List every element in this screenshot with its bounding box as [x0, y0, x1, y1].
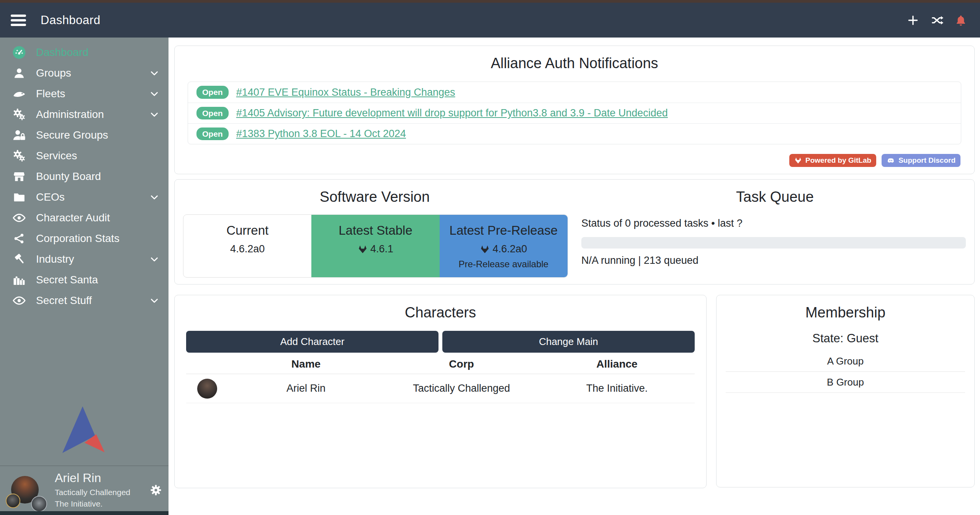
notifications-bell-icon[interactable] [955, 14, 967, 27]
software-taskqueue-panel: Software Version Current 4.6.2a0 Latest … [174, 179, 975, 284]
chevron-down-icon [149, 110, 159, 119]
version-cell-label: Latest Stable [311, 223, 439, 238]
share-icon [12, 232, 26, 245]
top-accent-strip [0, 0, 980, 3]
sidebar-item-label: Corporation Stats [36, 232, 119, 245]
add-icon[interactable] [906, 14, 919, 27]
gitlab-icon [794, 157, 802, 164]
discord-icon [887, 157, 895, 164]
page-title: Dashboard [41, 13, 100, 27]
status-badge: Open [196, 107, 229, 119]
sidebar-item-label: Character Audit [36, 212, 110, 224]
shuffle-icon[interactable] [930, 14, 944, 27]
sidebar-item-label: Secure Groups [36, 129, 108, 141]
gitlab-badge-label: Powered by GitLab [805, 156, 871, 165]
notification-row: Open #1383 Python 3.8 EOL - 14 Oct 2024 [188, 123, 961, 144]
sidebar-item-label: Fleets [36, 88, 65, 100]
sidebar-item-label: Industry [36, 253, 74, 265]
character-name: Ariel Rin [228, 383, 384, 394]
sidebar-item-character-audit[interactable]: Character Audit [0, 208, 169, 228]
characters-title: Characters [175, 304, 706, 321]
version-cell-stable: Latest Stable 4.6.1 [311, 215, 439, 277]
sidebar-item-bounty-board[interactable]: Bounty Board [0, 166, 169, 187]
notifications-title: Alliance Auth Notifications [175, 55, 974, 72]
user-corp: Tactically Challenged [55, 488, 130, 497]
sidebar-item-label: Bounty Board [36, 170, 101, 183]
corp-logo-badge [6, 494, 20, 508]
sidebar-item-label: Secret Stuff [36, 294, 92, 307]
sidebar-bottom-strip [0, 511, 169, 515]
membership-state: State: Guest [717, 332, 974, 345]
settings-gear-icon[interactable] [149, 483, 163, 497]
character-portrait-cell [186, 379, 228, 399]
notification-link[interactable]: #1383 Python 3.8 EOL - 14 Oct 2024 [236, 128, 406, 140]
chevron-down-icon [149, 296, 159, 306]
sidebar-item-secret-santa[interactable]: Secret Santa [0, 270, 169, 290]
sidebar-item-label: Dashboard [36, 46, 88, 59]
change-main-button[interactable]: Change Main [442, 331, 695, 353]
membership-group: A Group [726, 351, 965, 372]
characters-panel: Characters Add Character Change Main Nam… [174, 295, 707, 488]
sidebar-item-label: Administration [36, 108, 104, 121]
notification-link[interactable]: #1407 EVE Equinox Status - Breaking Chan… [236, 87, 455, 98]
chevron-down-icon [149, 254, 159, 264]
version-cell-current: Current 4.6.2a0 [183, 215, 311, 277]
sidebar-item-administration[interactable]: Administration [0, 104, 169, 125]
version-strip: Current 4.6.2a0 Latest Stable 4.6.1 Late… [183, 214, 568, 278]
chevron-down-icon [149, 68, 159, 78]
menu-toggle-icon[interactable] [11, 12, 26, 28]
user-info: Ariel Rin Tactically Challenged The Init… [55, 471, 130, 508]
sidebar-item-services[interactable]: Services [0, 146, 169, 166]
notification-link[interactable]: #1405 Advisory: Future development will … [236, 107, 668, 119]
discord-badge[interactable]: Support Discord [882, 154, 960, 167]
notifications-list: Open #1407 EVE Equinox Status - Breaking… [188, 82, 961, 144]
software-version-section: Software Version Current 4.6.2a0 Latest … [175, 180, 575, 285]
user-name: Ariel Rin [55, 471, 130, 485]
eye-icon [12, 294, 26, 307]
sidebar-item-fleets[interactable]: Fleets [0, 83, 169, 104]
characters-table-header: Name Corp Alliance [186, 354, 695, 374]
sidebar-item-label: Services [36, 150, 77, 162]
character-portrait [197, 379, 217, 399]
add-character-button[interactable]: Add Character [186, 331, 438, 353]
prerelease-note: Pre-Release available [440, 259, 568, 270]
characters-buttons: Add Character Change Main [186, 331, 695, 353]
navbar-actions [906, 14, 980, 27]
sidebar-item-secret-stuff[interactable]: Secret Stuff [0, 290, 169, 311]
notifications-panel: Alliance Auth Notifications Open #1407 E… [174, 46, 975, 174]
sidebar-item-industry[interactable]: Industry [0, 249, 169, 270]
sidebar-item-groups[interactable]: Groups [0, 63, 169, 83]
sidebar-menu: Dashboard Groups Fleets [0, 38, 169, 311]
sidebar-item-ceos[interactable]: CEOs [0, 187, 169, 208]
cogs-icon [12, 108, 26, 121]
column-header-corp: Corp [384, 358, 539, 370]
version-cell-label: Latest Pre-Release [440, 223, 568, 238]
sidebar-item-corporation-stats[interactable]: Corporation Stats [0, 228, 169, 249]
character-row[interactable]: Ariel Rin Tactically Challenged The Init… [186, 374, 695, 403]
sidebar-item-secure-groups[interactable]: Secure Groups [0, 125, 169, 146]
user-avatar [11, 476, 39, 504]
gitlab-icon [480, 244, 490, 254]
task-queue-title: Task Queue [575, 189, 975, 205]
store-icon [12, 170, 26, 183]
eye-icon [12, 211, 26, 225]
task-queue-counts: N/A running | 213 queued [581, 255, 975, 266]
alliance-logo-badge [31, 496, 47, 512]
hammer-icon [12, 252, 26, 266]
task-queue-status: Status of 0 processed tasks • last ? [581, 217, 975, 229]
notification-row: Open #1405 Advisory: Future development … [188, 103, 961, 123]
gitlab-icon [358, 244, 368, 254]
chevron-down-icon [149, 192, 159, 202]
folder-icon [12, 190, 26, 204]
gifts-icon [12, 273, 26, 287]
task-progress-bar [581, 237, 966, 249]
sidebar-item-dashboard[interactable]: Dashboard [0, 42, 169, 63]
ship-icon [12, 87, 26, 101]
user-lock-icon [12, 128, 26, 142]
gitlab-badge[interactable]: Powered by GitLab [789, 154, 876, 167]
current-version-value: 4.6.2a0 [230, 243, 265, 255]
notification-row: Open #1407 EVE Equinox Status - Breaking… [188, 82, 961, 103]
user-alliance: The Initiative. [55, 499, 130, 508]
cogs-icon [12, 149, 26, 163]
user-card[interactable]: Ariel Rin Tactically Challenged The Init… [0, 468, 169, 511]
